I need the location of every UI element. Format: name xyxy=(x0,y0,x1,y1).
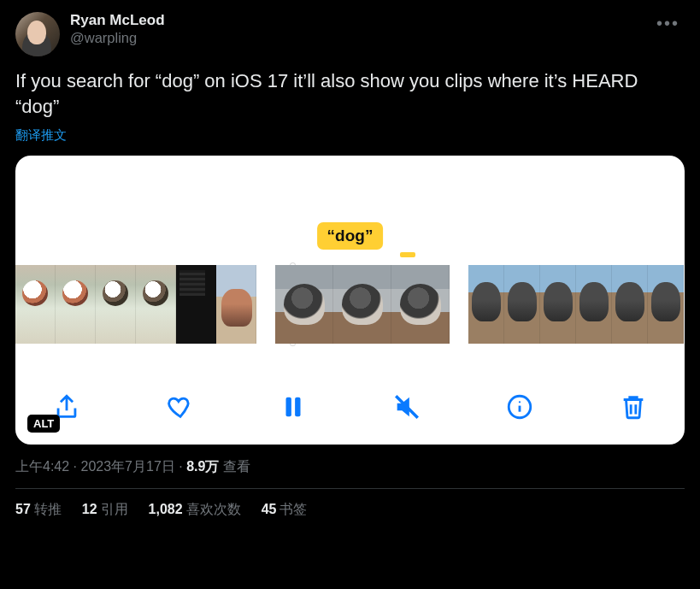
author-block[interactable]: Ryan McLeod @warpling xyxy=(70,12,651,46)
clip-thumb[interactable] xyxy=(136,265,176,344)
media-card[interactable]: “dog” xyxy=(15,156,685,445)
clip-thumb[interactable] xyxy=(648,265,684,344)
avatar[interactable] xyxy=(15,12,60,56)
tweet-container: Ryan McLeod @warpling ••• If you search … xyxy=(0,0,700,529)
timestamp[interactable]: 上午4:42 xyxy=(15,459,69,474)
retweets-stat[interactable]: 57转推 xyxy=(15,501,62,519)
clip-thumb[interactable] xyxy=(216,265,256,344)
translate-link[interactable]: 翻译推文 xyxy=(15,127,685,144)
divider xyxy=(15,488,685,489)
clip-thumb[interactable] xyxy=(56,265,96,344)
stats-row: 57转推 12引用 1,082喜欢次数 45书签 xyxy=(15,501,685,519)
clip-thumb[interactable] xyxy=(540,265,576,344)
views-count: 8.9万 xyxy=(186,459,219,474)
trash-icon[interactable] xyxy=(616,390,650,424)
clip-thumb[interactable] xyxy=(275,265,333,344)
likes-stat[interactable]: 1,082喜欢次数 xyxy=(149,501,241,519)
mute-icon[interactable] xyxy=(390,390,424,424)
more-icon[interactable]: ••• xyxy=(651,12,685,35)
clip-thumb[interactable] xyxy=(576,265,612,344)
svg-rect-1 xyxy=(295,398,300,417)
meta-line: 上午4:42 · 2023年7月17日 · 8.9万 查看 xyxy=(15,458,685,476)
clip-group-1[interactable] xyxy=(15,265,256,344)
svg-rect-0 xyxy=(286,398,291,417)
tweet-text: If you search for “dog” on iOS 17 it’ll … xyxy=(15,68,685,119)
video-scrubber-strip[interactable] xyxy=(15,265,685,344)
tag-indicator xyxy=(400,252,415,257)
tweet-header: Ryan McLeod @warpling ••• xyxy=(15,12,685,56)
clip-group-3[interactable] xyxy=(468,265,684,344)
clip-thumb[interactable] xyxy=(504,265,540,344)
clip-thumb[interactable] xyxy=(15,265,56,344)
date[interactable]: 2023年7月17日 xyxy=(80,459,174,474)
clip-thumb[interactable] xyxy=(391,265,450,344)
bookmarks-stat[interactable]: 45书签 xyxy=(262,501,308,519)
search-match-tag: “dog” xyxy=(317,222,384,250)
alt-badge[interactable]: ALT xyxy=(27,415,60,433)
clip-thumb[interactable] xyxy=(96,265,136,344)
display-name: Ryan McLeod xyxy=(70,12,651,29)
clip-thumb[interactable] xyxy=(176,265,216,344)
info-icon[interactable] xyxy=(503,390,537,424)
heart-icon[interactable] xyxy=(163,390,197,424)
handle: @warpling xyxy=(70,30,651,46)
pause-icon[interactable] xyxy=(276,390,310,424)
clip-thumb[interactable] xyxy=(333,265,391,344)
media-toolbar xyxy=(15,390,685,424)
clip-thumb[interactable] xyxy=(468,265,504,344)
quotes-stat[interactable]: 12引用 xyxy=(82,501,128,519)
clip-group-2[interactable] xyxy=(275,265,450,344)
svg-point-5 xyxy=(519,402,521,403)
views-label: 查看 xyxy=(219,459,250,474)
clip-thumb[interactable] xyxy=(612,265,648,344)
